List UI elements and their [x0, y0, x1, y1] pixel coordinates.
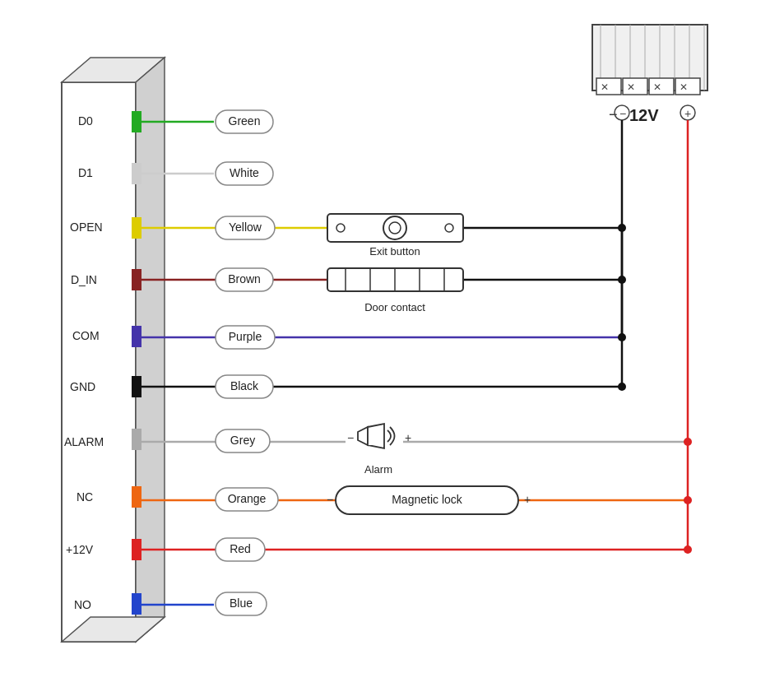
svg-text:✕: ✕	[680, 81, 688, 93]
svg-rect-9	[132, 326, 141, 347]
svg-text:Exit button: Exit button	[369, 245, 420, 258]
svg-text:Purple: Purple	[229, 330, 262, 343]
svg-text:OPEN: OPEN	[70, 220, 103, 234]
svg-rect-6	[132, 163, 141, 184]
svg-text:GND: GND	[70, 380, 95, 393]
svg-rect-1	[62, 82, 136, 642]
svg-text:White: White	[230, 166, 259, 179]
svg-text:Grey: Grey	[230, 434, 255, 447]
svg-rect-14	[132, 593, 141, 615]
svg-text:Brown: Brown	[228, 272, 261, 285]
svg-text:Orange: Orange	[228, 492, 267, 505]
svg-text:D_IN: D_IN	[71, 273, 97, 286]
svg-text:−: −	[347, 431, 354, 444]
svg-text:Green: Green	[229, 114, 261, 128]
svg-rect-10	[132, 376, 141, 397]
svg-text:Black: Black	[230, 379, 259, 392]
svg-text:✕: ✕	[627, 81, 635, 93]
svg-text:COM: COM	[72, 329, 100, 342]
svg-text:D0: D0	[78, 114, 93, 128]
svg-rect-7	[132, 217, 141, 239]
svg-marker-106	[368, 424, 384, 448]
svg-text:Blue: Blue	[230, 596, 253, 610]
svg-rect-13	[132, 539, 141, 560]
svg-text:Alarm: Alarm	[364, 463, 392, 476]
svg-text:+: +	[405, 431, 411, 444]
svg-text:−: −	[619, 107, 626, 120]
svg-text:Red: Red	[230, 542, 251, 555]
svg-text:✕: ✕	[653, 81, 661, 93]
svg-rect-12	[132, 486, 141, 508]
svg-text:D1: D1	[78, 166, 93, 179]
svg-text:Magnetic lock: Magnetic lock	[392, 493, 463, 506]
wiring-diagram: D0 D1 OPEN D_IN COM GND ALARM NC +12V NO…	[0, 0, 784, 673]
svg-point-95	[383, 216, 406, 239]
svg-text:+: +	[524, 493, 531, 506]
svg-point-65	[684, 545, 692, 554]
svg-point-63	[684, 496, 692, 504]
svg-text:Door contact: Door contact	[364, 301, 425, 313]
svg-rect-11	[132, 429, 141, 450]
svg-rect-5	[132, 111, 141, 132]
svg-text:−: −	[327, 493, 333, 506]
svg-text:Yellow: Yellow	[229, 220, 262, 234]
svg-text:NO: NO	[74, 598, 91, 611]
svg-text:12V: 12V	[629, 106, 659, 124]
svg-point-71	[618, 276, 626, 284]
svg-text:✕: ✕	[601, 81, 609, 93]
svg-point-57	[618, 383, 626, 391]
svg-text:ALARM: ALARM	[64, 435, 104, 448]
svg-rect-8	[132, 269, 141, 290]
svg-text:+12V: +12V	[66, 543, 94, 556]
svg-point-60	[684, 438, 692, 446]
svg-text:+: +	[684, 107, 691, 120]
svg-text:NC: NC	[77, 490, 93, 504]
svg-point-69	[618, 224, 626, 232]
